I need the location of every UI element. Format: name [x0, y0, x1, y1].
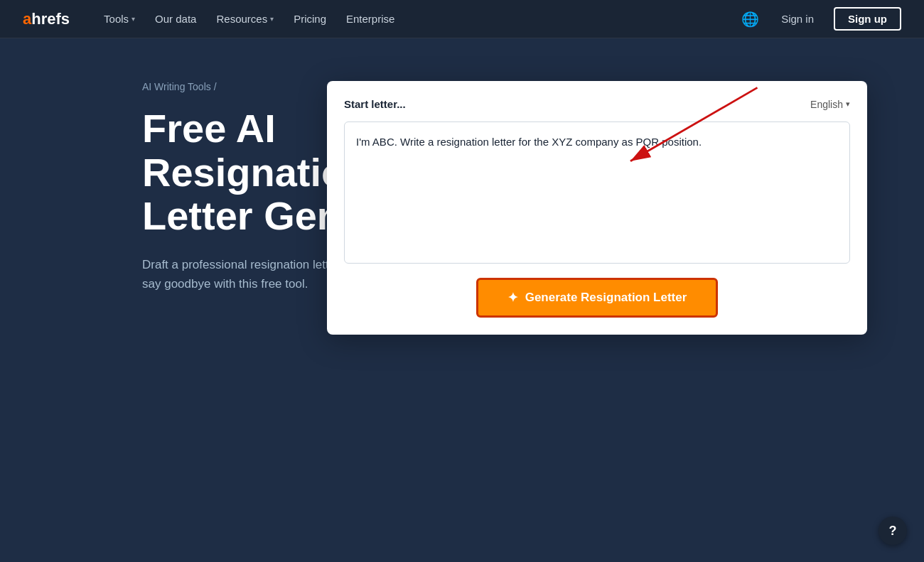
tool-card: Start letter... English ▾ ✦ Generate Res… [327, 81, 867, 335]
signin-button[interactable]: Sign in [773, 9, 822, 29]
nav-item-enterprise[interactable]: Enterprise [338, 9, 403, 29]
logo-hrefs: hrefs [31, 10, 70, 28]
chevron-down-icon: ▾ [131, 15, 135, 23]
nav-item-ourdata[interactable]: Our data [146, 9, 205, 29]
nav-links: Tools ▾ Our data Resources ▾ Pricing Ent… [95, 9, 738, 29]
breadcrumb-parent[interactable]: AI Writing Tools [142, 81, 211, 92]
main-content: AI Writing Tools / Free AI Resignation L… [0, 38, 924, 322]
letter-textarea[interactable] [344, 121, 850, 264]
card-footer: ✦ Generate Resignation Letter [344, 278, 850, 318]
generate-button-label: Generate Resignation Letter [525, 291, 687, 305]
generate-button[interactable]: ✦ Generate Resignation Letter [476, 278, 718, 318]
card-header: Start letter... English ▾ [344, 98, 850, 110]
chevron-down-icon-lang: ▾ [846, 99, 850, 109]
help-button[interactable]: ? [879, 517, 907, 545]
globe-button[interactable]: 🌐 [738, 8, 761, 31]
nav-item-tools[interactable]: Tools ▾ [95, 9, 144, 29]
nav-item-resources[interactable]: Resources ▾ [208, 9, 282, 29]
language-label: English [810, 99, 843, 110]
logo-a: a [23, 10, 31, 28]
breadcrumb-separator: / [214, 81, 217, 92]
signup-button[interactable]: Sign up [834, 7, 901, 31]
chevron-down-icon-2: ▾ [270, 15, 274, 23]
sparkle-icon: ✦ [507, 290, 518, 306]
globe-icon: 🌐 [741, 11, 759, 28]
nav-item-pricing[interactable]: Pricing [285, 9, 335, 29]
nav-right: 🌐 Sign in Sign up [738, 7, 901, 31]
logo[interactable]: a hrefs [23, 10, 70, 28]
language-select[interactable]: English ▾ [810, 99, 850, 110]
card-label: Start letter... [344, 98, 406, 110]
navbar: a hrefs Tools ▾ Our data Resources ▾ Pri… [0, 0, 924, 38]
